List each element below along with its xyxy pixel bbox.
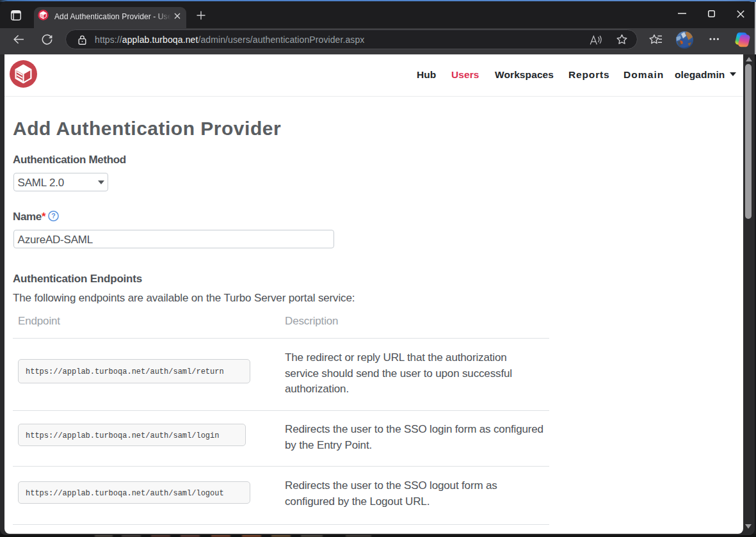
svg-text:?: ? — [51, 212, 55, 220]
